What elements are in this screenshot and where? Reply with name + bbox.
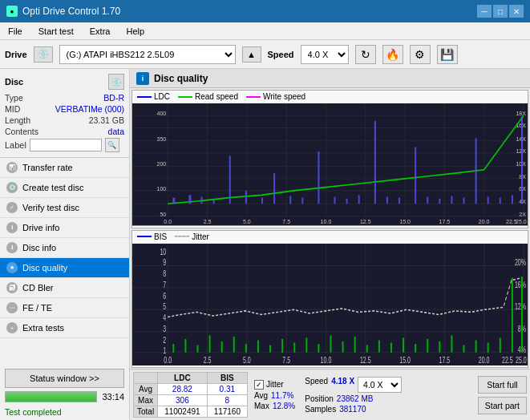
svg-text:0.0: 0.0 bbox=[164, 356, 172, 365]
svg-rect-108 bbox=[233, 336, 235, 352]
svg-rect-57 bbox=[488, 197, 489, 204]
length-value: 23.31 GB bbox=[89, 115, 124, 125]
avg-ldc: 28.82 bbox=[158, 384, 208, 395]
maximize-button[interactable]: □ bbox=[493, 5, 508, 18]
refresh-button[interactable]: ↻ bbox=[355, 45, 376, 64]
svg-rect-43 bbox=[301, 198, 303, 204]
svg-text:10X: 10X bbox=[516, 160, 526, 168]
sidebar-item-disc-quality[interactable]: ★ Disc quality bbox=[0, 258, 129, 278]
menu-file[interactable]: File bbox=[3, 25, 27, 38]
minimize-button[interactable]: ─ bbox=[477, 5, 492, 18]
save-button[interactable]: 💾 bbox=[437, 45, 458, 64]
drive-select[interactable]: (G:) ATAPI iHBS212 2.5L09 bbox=[59, 45, 236, 64]
app-icon: ● bbox=[6, 6, 18, 17]
speed-value: 4.18 X bbox=[331, 377, 354, 393]
jitter-max-label: Max bbox=[254, 402, 269, 410]
svg-rect-107 bbox=[221, 341, 223, 353]
sidebar-item-disc-info[interactable]: ℹ Disc info bbox=[0, 238, 129, 258]
svg-text:8: 8 bbox=[163, 269, 166, 278]
disc-quality-header-icon: i bbox=[136, 72, 149, 85]
sidebar-item-transfer-rate[interactable]: 📊 Transfer rate bbox=[0, 158, 129, 178]
speed-select-inline[interactable]: 4.0 X bbox=[358, 377, 402, 393]
svg-text:9: 9 bbox=[163, 258, 166, 268]
svg-text:7: 7 bbox=[163, 280, 166, 289]
transfer-rate-label: Transfer rate bbox=[22, 163, 73, 172]
svg-rect-41 bbox=[273, 173, 275, 204]
svg-text:20.0: 20.0 bbox=[479, 356, 490, 365]
label-input[interactable] bbox=[30, 139, 102, 151]
position-row: Position 23862 MB bbox=[305, 394, 402, 403]
sidebar-item-create-test-disc[interactable]: 💿 Create test disc bbox=[0, 178, 129, 198]
fe-te-label: FE / TE bbox=[22, 303, 52, 313]
sidebar-item-cd-bler[interactable]: 📉 CD Bler bbox=[0, 278, 129, 298]
bis-header: BIS bbox=[207, 373, 247, 384]
write-speed-label: Write speed bbox=[263, 92, 305, 101]
svg-rect-105 bbox=[196, 345, 198, 352]
stats-table: LDC BIS Avg 28.82 0.31 Max 306 8 Total 1… bbox=[133, 372, 248, 418]
total-ldc: 11002491 bbox=[158, 406, 208, 418]
jitter-line-icon bbox=[175, 236, 189, 237]
svg-rect-111 bbox=[269, 345, 271, 352]
settings-button[interactable]: ⚙ bbox=[410, 45, 431, 64]
label-label: Label bbox=[5, 140, 26, 150]
jitter-checkbox[interactable]: ✓ bbox=[254, 380, 264, 390]
svg-rect-45 bbox=[334, 197, 336, 204]
sidebar-item-drive-info[interactable]: ℹ Drive info bbox=[0, 218, 129, 238]
svg-text:400: 400 bbox=[157, 110, 167, 117]
bottom-chart-svg: 20% 16% 12% 8% 4% 10 9 8 7 6 5 4 3 2 1 bbox=[132, 244, 528, 366]
svg-text:7.5: 7.5 bbox=[282, 218, 290, 225]
svg-rect-125 bbox=[439, 341, 440, 353]
svg-rect-114 bbox=[305, 337, 307, 352]
start-part-button[interactable]: Start part bbox=[478, 397, 527, 414]
type-label: Type bbox=[5, 93, 23, 103]
disc-panel-icon: 💿 bbox=[108, 74, 124, 90]
svg-rect-120 bbox=[378, 340, 380, 352]
svg-rect-0 bbox=[132, 103, 528, 226]
svg-text:350: 350 bbox=[157, 135, 167, 143]
jitter-label-text: Jitter bbox=[266, 380, 284, 389]
max-bis: 8 bbox=[207, 395, 247, 406]
svg-text:10: 10 bbox=[160, 247, 166, 256]
svg-text:10.0: 10.0 bbox=[321, 218, 332, 225]
svg-rect-38 bbox=[229, 155, 231, 204]
bis-label: BIS bbox=[154, 232, 167, 241]
sidebar-item-extra-tests[interactable]: + Extra tests bbox=[0, 318, 129, 338]
svg-text:5.0: 5.0 bbox=[243, 218, 251, 225]
svg-rect-124 bbox=[427, 338, 428, 352]
menu-extra[interactable]: Extra bbox=[85, 25, 115, 38]
bottom-chart: BIS Jitter bbox=[131, 230, 528, 369]
menu-help[interactable]: Help bbox=[121, 25, 149, 38]
ldc-line-icon bbox=[137, 96, 152, 98]
svg-text:5: 5 bbox=[163, 301, 166, 311]
bis-legend: BIS bbox=[137, 232, 167, 241]
title-bar: ● Opti Drive Control 1.70 ─ □ ✕ bbox=[0, 0, 530, 22]
eject-icon[interactable]: ▲ bbox=[242, 46, 261, 63]
ldc-label: LDC bbox=[154, 92, 170, 101]
menu-start-test[interactable]: Start test bbox=[34, 25, 79, 38]
sidebar-item-fe-te[interactable]: 〰 FE / TE bbox=[0, 298, 129, 318]
label-search-button[interactable]: 🔍 bbox=[105, 138, 119, 152]
start-full-button[interactable]: Start full bbox=[478, 376, 527, 394]
progress-bar bbox=[5, 391, 97, 402]
speed-select[interactable]: 4.0 X bbox=[301, 45, 349, 64]
svg-rect-53 bbox=[439, 199, 440, 204]
svg-text:6: 6 bbox=[163, 291, 166, 301]
top-chart: LDC Read speed Write speed bbox=[131, 90, 528, 228]
sidebar-item-verify-test-disc[interactable]: ✓ Verify test disc bbox=[0, 198, 129, 218]
svg-text:15.0: 15.0 bbox=[399, 218, 411, 225]
svg-text:200: 200 bbox=[157, 160, 167, 168]
svg-rect-51 bbox=[415, 147, 416, 204]
svg-text:16%: 16% bbox=[515, 280, 526, 289]
status-window-button[interactable]: Status window >> bbox=[5, 369, 124, 388]
svg-text:12%: 12% bbox=[515, 301, 526, 311]
svg-rect-127 bbox=[463, 345, 465, 352]
close-button[interactable]: ✕ bbox=[509, 5, 524, 18]
max-label: Max bbox=[134, 395, 158, 406]
svg-rect-50 bbox=[399, 198, 400, 204]
svg-text:22.5: 22.5 bbox=[502, 356, 513, 365]
svg-text:3: 3 bbox=[163, 324, 166, 333]
burn-button[interactable]: 🔥 bbox=[382, 45, 403, 64]
svg-rect-110 bbox=[257, 340, 259, 352]
contents-label: Contents bbox=[5, 127, 38, 136]
action-buttons: Start full Start part bbox=[478, 376, 527, 414]
